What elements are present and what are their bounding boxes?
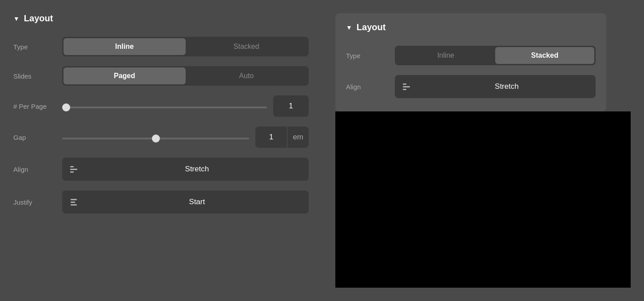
gap-slider-wrap [62,133,249,141]
slides-row: Slides Paged Auto [13,66,309,86]
justify-icon-area [62,199,85,206]
right-panel: ▼ Layout Type Inline Stacked Align [322,0,644,301]
gap-control: 1 em [62,127,309,148]
type-stacked-btn[interactable]: Stacked [186,38,308,55]
right-align-icon-area [395,83,418,90]
right-align-btn[interactable]: Stretch [395,75,596,98]
justify-value: Start [85,198,309,206]
right-section-title: Layout [357,22,386,32]
align-btn[interactable]: Stretch [62,158,309,181]
slides-toggle-group: Paged Auto [62,66,309,86]
right-type-inline-btn[interactable]: Inline [396,47,495,64]
right-type-toggle: Inline Stacked [395,46,596,65]
justify-btn[interactable]: Start [62,190,309,214]
align-bar-1 [70,166,74,167]
type-inline-btn[interactable]: Inline [64,38,186,55]
per-page-control: 1 [62,95,309,117]
justify-bar-1 [71,199,77,200]
type-label: Type [13,43,62,51]
type-toggle: Inline Stacked [62,37,309,56]
per-page-slider[interactable] [62,107,267,108]
slides-label: Slides [13,72,62,80]
slides-auto-btn[interactable]: Auto [186,67,308,84]
slides-paged-btn[interactable]: Paged [64,67,186,84]
right-align-icon [403,83,410,90]
align-value: Stretch [85,165,309,174]
justify-label: Justify [13,198,62,206]
gap-value: 1 [255,133,287,142]
right-align-control: Stretch [395,75,596,98]
align-icon [70,166,77,173]
gap-unit: em [287,127,309,148]
per-page-value-box: 1 [273,95,309,117]
per-page-value: 1 [289,102,293,111]
left-section-title: Layout [24,13,53,24]
gap-slider[interactable] [62,138,249,139]
right-panel-inner: ▼ Layout Type Inline Stacked Align [335,13,606,111]
right-type-toggle-group: Inline Stacked [395,46,596,65]
align-bar-2 [70,169,77,170]
gap-label: Gap [13,134,62,141]
type-row: Type Inline Stacked [13,37,309,56]
align-icon-area [62,166,85,173]
right-align-row: Align Stretch [346,75,596,98]
per-page-label: # Per Page [13,103,62,110]
right-section-header: ▼ Layout [346,22,596,32]
gap-value-box: 1 em [255,127,309,148]
gap-row: Gap 1 em [13,127,309,148]
right-align-value: Stretch [418,82,596,91]
type-toggle-group: Inline Stacked [62,37,309,56]
left-panel: ▼ Layout Type Inline Stacked Slides Page… [0,0,322,301]
left-section-header: ▼ Layout [13,13,309,24]
per-page-slider-wrap [62,102,267,110]
right-type-row: Type Inline Stacked [346,46,596,65]
per-page-row: # Per Page 1 [13,95,309,117]
black-area [335,111,631,288]
justify-bar-2 [71,202,75,203]
right-align-bar-3 [403,89,406,90]
right-align-bar-2 [403,86,410,87]
slides-toggle: Paged Auto [62,66,309,86]
right-type-stacked-btn[interactable]: Stacked [495,47,594,64]
justify-row: Justify Start [13,190,309,214]
justify-bar-3 [71,204,77,206]
align-bar-3 [70,171,74,173]
align-label: Align [13,166,62,173]
justify-icon [71,199,77,206]
align-row: Align Stretch [13,158,309,181]
align-control: Stretch [62,158,309,181]
right-align-label: Align [346,83,395,91]
justify-control: Start [62,190,309,214]
right-chevron-down-icon: ▼ [346,24,352,31]
right-type-label: Type [346,52,395,59]
right-align-bar-1 [403,83,406,85]
chevron-down-icon: ▼ [13,15,20,22]
